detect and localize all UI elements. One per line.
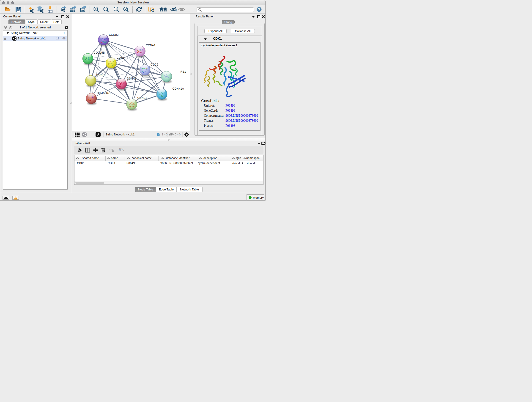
svg-text:CDC6: CDC6 <box>151 63 158 66</box>
svg-text:CCNA2: CCNA2 <box>127 77 136 80</box>
svg-text:String Network – cdk1: String Network – cdk1 <box>105 133 134 136</box>
svg-text:@id: @id <box>236 157 241 160</box>
svg-text:CCNA1: CCNA1 <box>146 44 156 47</box>
svg-text:description: description <box>203 157 217 160</box>
svg-text:name: name <box>111 157 118 160</box>
svg-text:CDC25B: CDC25B <box>94 51 105 54</box>
svg-text:0 – 0: 0 – 0 <box>175 133 181 136</box>
svg-text:1 – 0: 1 – 0 <box>162 133 167 136</box>
svg-text:database identifier: database identifier <box>166 157 190 160</box>
svg-text:?: ? <box>258 7 260 12</box>
svg-text:CDKN1A: CDKN1A <box>172 87 184 90</box>
svg-text:RB1: RB1 <box>181 70 186 73</box>
svg-text:CCNB1: CCNB1 <box>96 73 106 77</box>
svg-text:CCNB2: CCNB2 <box>109 33 119 36</box>
svg-text:namespac: namespac <box>246 157 260 160</box>
svg-text:shared name: shared name <box>82 157 99 160</box>
svg-text:canonical name: canonical name <box>132 157 152 160</box>
svg-text:CCNE1: CCNE1 <box>138 96 147 99</box>
svg-text:CDK1: CDK1 <box>117 56 124 59</box>
svg-text:HIST1H1A: HIST1H1A <box>97 91 111 95</box>
